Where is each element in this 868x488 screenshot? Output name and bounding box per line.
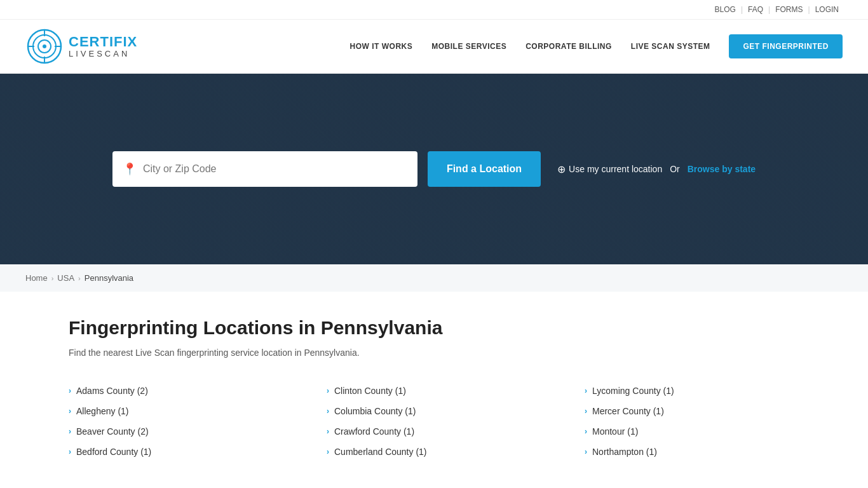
logo-icon [25,27,64,65]
county-col-2: › Clinton County (1) › Columbia County (… [327,381,585,462]
search-input[interactable] [143,163,407,175]
get-fingerprinted-button[interactable]: GET FINGERPRINTED [729,34,843,58]
logo[interactable]: CERTIFIX LIVESCAN [25,27,137,65]
breadcrumb-usa[interactable]: USA [57,273,74,283]
find-location-button[interactable]: Find a Location [428,151,541,187]
breadcrumb-current: Pennsylvania [85,273,133,283]
list-item[interactable]: › Beaver County (2) [69,421,327,442]
list-item[interactable]: › Allegheny (1) [69,401,327,421]
county-col-1: › Adams County (2) › Allegheny (1) › Bea… [69,381,327,462]
list-item[interactable]: › Northampton (1) [585,442,843,462]
county-name: Northampton (1) [592,447,657,457]
nav-mobile-services[interactable]: MOBILE SERVICES [431,42,506,51]
county-name: Columbia County (1) [334,406,416,416]
or-text: Or [670,164,680,174]
chevron-icon: › [585,427,587,436]
hero-section: 📍 Find a Location ⊕ Use my current locat… [0,74,868,264]
separator-1: | [741,5,743,14]
svg-point-3 [43,44,46,48]
nav-live-scan-system[interactable]: LIVE SCAN SYSTEM [631,42,710,51]
list-item[interactable]: › Adams County (2) [69,381,327,401]
chevron-icon: › [69,427,71,436]
county-name: Montour (1) [592,426,638,437]
county-name: Lycoming County (1) [592,386,674,396]
county-name: Beaver County (2) [76,426,149,437]
list-item[interactable]: › Lycoming County (1) [585,381,843,401]
logo-text: CERTIFIX LIVESCAN [69,34,137,58]
list-item[interactable]: › Columbia County (1) [327,401,585,421]
county-name: Mercer County (1) [592,406,664,416]
main-nav: HOW IT WORKS MOBILE SERVICES CORPORATE B… [350,34,843,58]
county-name: Adams County (2) [76,386,148,396]
nav-corporate-billing[interactable]: CORPORATE BILLING [526,42,612,51]
county-col-3: › Lycoming County (1) › Mercer County (1… [585,381,843,462]
county-name: Clinton County (1) [334,386,406,396]
chevron-icon: › [69,447,71,456]
breadcrumb-home[interactable]: Home [25,273,48,283]
blog-link[interactable]: BLOG [715,5,736,14]
list-item[interactable]: › Montour (1) [585,421,843,442]
breadcrumb-chevron-1: › [51,274,54,282]
chevron-icon: › [585,407,587,416]
separator-3: | [808,5,810,14]
chevron-icon: › [585,386,587,395]
county-name: Allegheny (1) [76,406,129,416]
breadcrumb-chevron-2: › [78,274,81,282]
header: CERTIFIX LIVESCAN HOW IT WORKS MOBILE SE… [0,20,868,74]
chevron-icon: › [327,427,329,436]
separator-2: | [768,5,770,14]
list-item[interactable]: › Mercer County (1) [585,401,843,421]
browse-by-state-link[interactable]: Browse by state [688,164,756,174]
county-name: Bedford County (1) [76,447,151,457]
use-location-label: Use my current location [569,164,662,174]
list-item[interactable]: › Clinton County (1) [327,381,585,401]
county-name: Cumberland County (1) [334,447,427,457]
pin-icon: 📍 [123,162,137,176]
chevron-icon: › [327,447,329,456]
hero-content: 📍 Find a Location ⊕ Use my current locat… [112,151,756,187]
main-content: Fingerprinting Locations in Pennsylvania… [0,292,868,487]
faq-link[interactable]: FAQ [748,5,763,14]
chevron-icon: › [585,447,587,456]
page-description: Find the nearest Live Scan fingerprintin… [69,348,843,358]
list-item[interactable]: › Bedford County (1) [69,442,327,462]
search-box: 📍 [112,151,417,187]
hero-extra: ⊕ Use my current location Or Browse by s… [557,163,756,175]
top-bar: BLOG | FAQ | FORMS | LOGIN [0,0,868,20]
breadcrumb: Home › USA › Pennsylvania [0,264,868,292]
list-item[interactable]: › Cumberland County (1) [327,442,585,462]
forms-link[interactable]: FORMS [775,5,803,14]
county-name: Crawford County (1) [334,426,414,437]
list-item[interactable]: › Crawford County (1) [327,421,585,442]
chevron-icon: › [327,386,329,395]
nav-how-it-works[interactable]: HOW IT WORKS [350,42,413,51]
chevron-icon: › [69,407,71,416]
page-title: Fingerprinting Locations in Pennsylvania [69,317,843,339]
target-icon: ⊕ [557,163,566,175]
use-location-button[interactable]: ⊕ Use my current location [557,163,662,175]
logo-certifix: CERTIFIX [69,34,137,50]
chevron-icon: › [327,407,329,416]
login-link[interactable]: LOGIN [815,5,839,14]
chevron-icon: › [69,386,71,395]
logo-livescan: LIVESCAN [69,50,137,58]
county-grid: › Adams County (2) › Allegheny (1) › Bea… [69,381,843,462]
